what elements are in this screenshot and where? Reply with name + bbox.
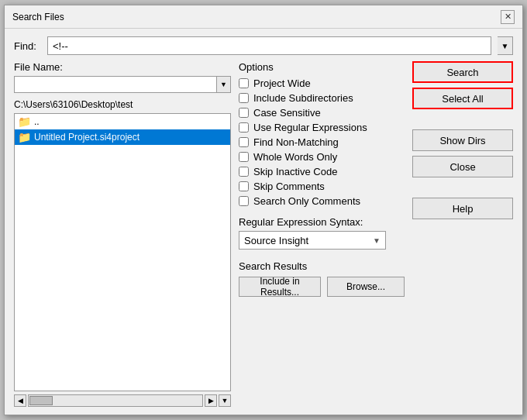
search-only-comments-checkbox[interactable] [239,196,249,206]
skip-comments-label: Skip Comments [253,181,325,192]
filename-label: File Name: [14,61,231,73]
search-files-dialog: Search Files ✕ Find: ▼ File Name: ▼ C:\U… [4,5,523,415]
scroll-right-button[interactable]: ▶ [205,394,217,407]
regex-syntax-dropdown[interactable]: Source Insight ▼ [239,231,386,250]
folder-icon: 📁 [18,131,31,143]
skip-inactive-label: Skip Inactive Code [253,166,337,177]
checkbox-case-sensitive: Case Sensitive [239,107,405,119]
checkbox-skip-inactive: Skip Inactive Code [239,166,405,177]
file-item-name: .. [34,116,40,127]
path-label: C:\Users\63106\Desktop\test [14,99,231,110]
search-button[interactable]: Search [412,61,513,83]
search-results-section: Search Results Include in Results... Bro… [239,260,405,297]
checkbox-include-subdirs: Include Subdirectories [239,92,405,104]
regex-syntax-label: Regular Expression Syntax: [239,216,405,228]
search-results-label: Search Results [239,260,405,272]
find-non-matching-label: Find Non-Matching [253,136,339,148]
list-item[interactable]: 📁 Untitled Project.si4project [15,129,230,145]
find-label: Find: [14,40,41,52]
include-in-results-button[interactable]: Include in Results... [239,277,321,297]
dialog-body: Find: ▼ File Name: ▼ C:\Users\63106\Desk… [5,29,522,415]
case-sensitive-checkbox[interactable] [239,108,249,118]
results-buttons: Include in Results... Browse... [239,277,405,297]
filename-row: ▼ [14,76,231,93]
help-button[interactable]: Help [412,198,513,219]
checkbox-find-non-matching: Find Non-Matching [239,136,405,148]
case-sensitive-label: Case Sensitive [253,107,321,119]
file-list[interactable]: 📁 .. 📁 Untitled Project.si4project [14,113,231,391]
close-button[interactable]: Close [412,156,513,177]
use-regex-label: Use Regular Expressions [253,122,367,133]
skip-comments-checkbox[interactable] [239,181,249,191]
scroll-thumb[interactable] [29,396,53,405]
checkbox-use-regex: Use Regular Expressions [239,122,405,133]
whole-words-checkbox[interactable] [239,152,249,162]
filename-input[interactable] [14,76,217,93]
list-item[interactable]: 📁 .. [15,114,230,129]
show-dirs-button[interactable]: Show Dirs [412,129,513,151]
select-all-button[interactable]: Select All [412,88,513,109]
include-subdirs-checkbox[interactable] [239,93,249,103]
project-wide-checkbox[interactable] [239,78,249,88]
middle-panel: Options Project Wide Include Subdirector… [239,61,405,407]
find-non-matching-checkbox[interactable] [239,137,249,147]
regex-section: Regular Expression Syntax: Source Insigh… [239,216,405,250]
find-input[interactable] [47,36,491,55]
checkbox-search-only-comments: Search Only Comments [239,195,405,207]
horizontal-scrollbar[interactable] [28,394,203,407]
project-wide-label: Project Wide [253,77,311,89]
filename-dropdown-button[interactable]: ▼ [217,76,231,93]
scroll-down-button[interactable]: ▼ [219,394,231,407]
close-dialog-button[interactable]: ✕ [501,10,515,24]
left-panel: File Name: ▼ C:\Users\63106\Desktop\test… [14,61,231,407]
checkbox-whole-words: Whole Words Only [239,151,405,163]
options-label: Options [239,61,405,73]
regex-syntax-value: Source Insight [244,235,373,246]
folder-icon: 📁 [18,115,31,128]
skip-inactive-checkbox[interactable] [239,167,249,177]
search-only-comments-label: Search Only Comments [253,195,360,207]
right-panel: Search Select All Show Dirs Close Help [412,61,513,407]
regex-dropdown-arrow: ▼ [373,236,381,245]
scrollbar-container: ◀ ▶ ▼ [14,394,231,407]
browse-button[interactable]: Browse... [327,277,405,297]
include-subdirs-label: Include Subdirectories [253,92,353,104]
file-item-name: Untitled Project.si4project [34,132,140,143]
checkbox-skip-comments: Skip Comments [239,181,405,192]
checkbox-project-wide: Project Wide [239,77,405,89]
find-dropdown-button[interactable]: ▼ [498,36,513,55]
use-regex-checkbox[interactable] [239,122,249,133]
title-bar: Search Files ✕ [5,5,522,29]
scroll-left-button[interactable]: ◀ [14,394,26,407]
dialog-title: Search Files [12,12,64,22]
main-content: File Name: ▼ C:\Users\63106\Desktop\test… [14,61,513,407]
whole-words-label: Whole Words Only [253,151,337,163]
find-row: Find: ▼ [14,36,513,55]
